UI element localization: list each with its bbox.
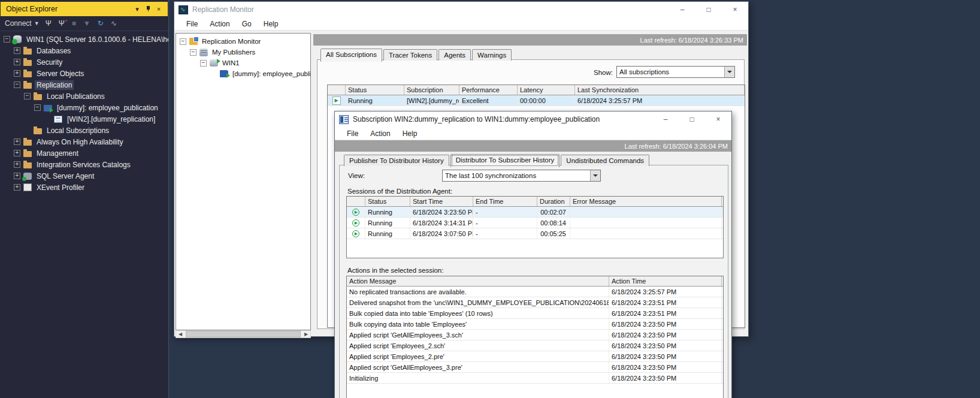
tree-item[interactable]: [dummy]: employee_publication	[176, 68, 310, 79]
stop-icon[interactable]: ■	[72, 20, 76, 27]
column-header-icon[interactable]	[328, 85, 346, 95]
column-header-Action Message[interactable]: Action Message	[347, 276, 609, 286]
collapse-icon[interactable]: −	[24, 93, 31, 100]
tree-item[interactable]: +Databases	[0, 45, 168, 56]
column-header-Status[interactable]: Status	[365, 197, 410, 206]
tab-undistributed-commands[interactable]: Undistributed Commands	[561, 155, 649, 166]
menu-file[interactable]: File	[341, 128, 364, 139]
menu-file[interactable]: File	[180, 19, 204, 29]
tree-item[interactable]: −WIN1 (SQL Server 16.0.1000.6 - HELENA\h…	[0, 34, 168, 45]
connect-menu-button[interactable]: Connect ▼	[5, 19, 40, 28]
column-header-icon[interactable]	[347, 197, 365, 206]
connect-plug-icon[interactable]: Ψ	[46, 20, 52, 27]
scroll-left-icon[interactable]: ◀	[176, 331, 184, 337]
subscription-titlebar[interactable]: Subscription WIN2:dummy_replication to W…	[335, 111, 731, 127]
collapse-icon[interactable]: −	[200, 60, 207, 67]
expand-icon[interactable]: +	[14, 173, 20, 179]
menu-help[interactable]: Help	[397, 128, 424, 139]
table-row[interactable]: Applied script 'Employees_2.sch'6/18/202…	[347, 340, 723, 351]
scroll-right-icon[interactable]: ▶	[302, 331, 310, 337]
table-row[interactable]: Applied script 'GetAllEmployees_3.pre'6/…	[347, 362, 723, 373]
expand-icon[interactable]: +	[14, 70, 20, 77]
column-header-Performance[interactable]: Performance	[459, 85, 518, 95]
column-header-Latency[interactable]: Latency	[518, 85, 575, 95]
menu-action[interactable]: Action	[204, 19, 235, 29]
tree-item[interactable]: +Management	[0, 147, 168, 159]
menu-help[interactable]: Help	[258, 19, 285, 29]
table-row[interactable]: No replicated transactions are available…	[347, 287, 723, 297]
collapse-icon[interactable]: −	[34, 104, 41, 111]
column-header-Start Time[interactable]: Start Time	[410, 197, 473, 206]
monitor-tree-hscrollbar[interactable]: ◀ ▶	[176, 330, 311, 338]
tab-all-subscriptions[interactable]: All Subscriptions	[320, 49, 382, 62]
table-row[interactable]: Delivered snapshot from the 'unc\WIN1_DU…	[347, 297, 723, 308]
close-icon[interactable]: ×	[153, 5, 164, 13]
tree-item[interactable]: +Always On High Availability	[0, 136, 168, 147]
column-header-Action Time[interactable]: Action Time	[609, 276, 722, 286]
table-row[interactable]: Initializing6/18/2024 3:23:50 PM	[347, 373, 723, 384]
expand-icon[interactable]: +	[14, 150, 20, 156]
tree-item[interactable]: −My Publishers	[176, 47, 310, 58]
dropdown-button[interactable]	[590, 170, 600, 181]
minimize-button[interactable]: –	[652, 111, 679, 127]
collapse-icon[interactable]: −	[4, 36, 10, 43]
maximize-button[interactable]: □	[679, 111, 705, 127]
close-button[interactable]: ×	[705, 111, 731, 127]
collapse-icon[interactable]: −	[190, 49, 196, 56]
tree-item[interactable]: −Replication Monitor	[176, 36, 310, 47]
tree-item[interactable]: −[dummy]: employee_publication	[0, 102, 168, 113]
table-row[interactable]: Applied script 'GetAllEmployees_3.sch'6/…	[347, 330, 723, 340]
show-dropdown[interactable]: All subscriptions	[616, 66, 735, 78]
window-position-icon[interactable]: ▾	[132, 5, 143, 13]
column-header-Status[interactable]: Status	[346, 85, 404, 95]
expand-icon[interactable]: +	[14, 184, 20, 191]
filter-icon[interactable]: ▼	[83, 20, 90, 27]
expand-icon[interactable]: +	[14, 138, 20, 145]
tree-item[interactable]: +Security	[0, 56, 168, 68]
collapse-icon[interactable]: −	[180, 38, 186, 45]
activity-monitor-icon[interactable]: ∿	[111, 20, 117, 27]
tab-distributor-to-subscriber-history[interactable]: Distributor To Subscriber History	[450, 154, 560, 167]
tree-item[interactable]: +Server Objects	[0, 68, 168, 79]
table-row[interactable]: Applied script 'Employees_2.pre'6/18/202…	[347, 351, 723, 362]
tree-item[interactable]: [WIN2].[dummy_replication]	[0, 113, 168, 125]
maximize-button[interactable]: □	[695, 2, 722, 17]
column-header-End Time[interactable]: End Time	[473, 197, 537, 206]
disconnect-plug-icon[interactable]: Ψ×	[59, 20, 65, 27]
column-header-Subscription[interactable]: Subscription	[404, 85, 459, 95]
table-row[interactable]: ▶Running6/18/2024 3:14:31 PM-00:08:14	[347, 218, 723, 228]
minimize-button[interactable]: –	[669, 2, 695, 17]
tree-item[interactable]: +XEvent Profiler	[0, 182, 168, 193]
scrollbar-thumb[interactable]	[186, 331, 301, 337]
table-row[interactable]: Bulk copying data into table 'Employees'…	[347, 319, 723, 330]
collapse-icon[interactable]: −	[14, 82, 20, 88]
column-header-Duration[interactable]: Duration	[537, 197, 570, 206]
tab-warnings[interactable]: Warnings	[472, 49, 512, 61]
tree-item[interactable]: +Integration Services Catalogs	[0, 159, 168, 170]
tab-tracer-tokens[interactable]: Tracer Tokens	[383, 49, 437, 61]
column-header-Error Message[interactable]: Error Message	[570, 197, 722, 206]
close-button[interactable]: ×	[722, 2, 748, 17]
table-row[interactable]: Bulk copied data into table 'Employees' …	[347, 308, 723, 319]
expand-icon[interactable]: +	[14, 59, 20, 65]
tree-item[interactable]: +SQL Server Agent	[0, 170, 168, 182]
table-row[interactable]: ▶Running6/18/2024 3:23:50 PM-00:02:07	[347, 207, 723, 218]
tab-agents[interactable]: Agents	[438, 49, 471, 61]
tree-item[interactable]: −Replication	[0, 79, 168, 91]
table-row[interactable]: ▶Running[WIN2].[dummy_replica...Excellen…	[328, 95, 745, 106]
menu-go[interactable]: Go	[236, 19, 258, 29]
column-header-Last Synchronization[interactable]: Last Synchronization	[575, 85, 745, 95]
menu-action[interactable]: Action	[364, 128, 396, 139]
tree-item[interactable]: −Local Publications	[0, 91, 168, 102]
table-row[interactable]: ▶Running6/18/2024 3:07:50 PM-00:05:25	[347, 228, 723, 239]
refresh-icon[interactable]: ↻	[98, 20, 104, 27]
monitor-titlebar[interactable]: Replication Monitor – □ ×	[174, 2, 748, 17]
view-dropdown[interactable]: The last 100 synchronizations	[442, 170, 601, 182]
tab-publisher-to-distributor-history[interactable]: Publisher To Distributor History	[344, 155, 449, 166]
pin-icon[interactable]	[143, 5, 153, 13]
object-explorer-titlebar[interactable]: Object Explorer ▾ ×	[1, 2, 168, 16]
dropdown-button[interactable]	[724, 67, 734, 77]
tree-item[interactable]: −WIN1	[176, 58, 310, 68]
tree-item[interactable]: Local Subscriptions	[0, 125, 168, 136]
expand-icon[interactable]: +	[14, 161, 20, 168]
